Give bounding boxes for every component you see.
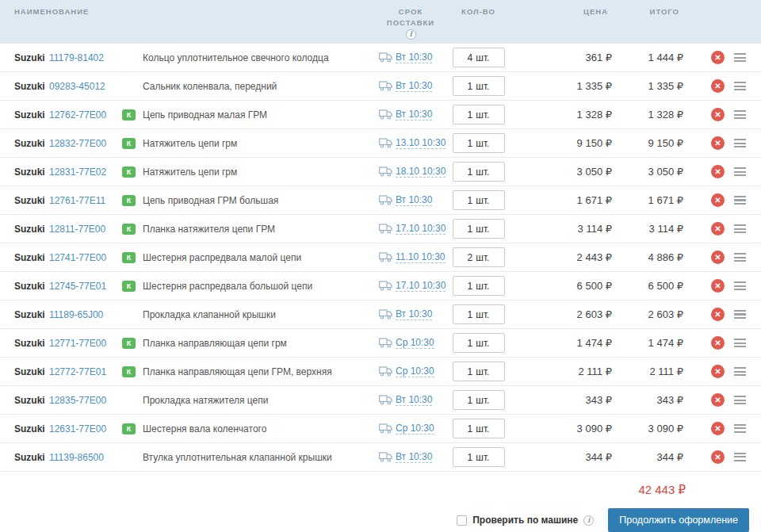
quantity-input[interactable]: 4 шт. <box>453 48 505 67</box>
part-number-link[interactable]: 12741-77E00 <box>49 252 122 263</box>
check-by-car-checkbox[interactable] <box>457 515 467 526</box>
row-menu-button[interactable] <box>734 82 746 91</box>
row-menu-button[interactable] <box>734 224 746 234</box>
quantity-input[interactable]: 1 шт. <box>453 419 505 438</box>
remove-item-button[interactable]: ✕ <box>711 51 725 64</box>
actions-cell: ✕ <box>686 393 761 407</box>
info-icon[interactable]: i <box>406 29 416 40</box>
quantity-value: 1 <box>468 366 473 377</box>
truck-icon <box>379 366 392 377</box>
row-menu-button[interactable] <box>734 167 746 177</box>
part-number-link[interactable]: 12832-77E00 <box>49 138 122 149</box>
row-menu-button[interactable] <box>734 339 746 348</box>
row-menu-button[interactable] <box>734 53 746 63</box>
delivery-date-link[interactable]: Вт 10:30 <box>396 451 432 463</box>
remove-item-button[interactable]: ✕ <box>711 222 725 235</box>
info-icon[interactable]: i <box>583 515 594 526</box>
part-number-link[interactable]: 09283-45012 <box>49 81 122 92</box>
item-name-cell: Suzuki 12831-77E02 К Натяжитель цепи грм <box>0 166 373 178</box>
remove-item-button[interactable]: ✕ <box>711 336 725 350</box>
delivery-date-link[interactable]: Ср 10:30 <box>396 423 434 434</box>
remove-item-button[interactable]: ✕ <box>711 365 725 378</box>
price-value: 1 335 ₽ <box>508 80 614 92</box>
quantity-input[interactable]: 1 шт. <box>453 133 505 153</box>
part-number-link[interactable]: 12762-77E00 <box>49 109 122 121</box>
availability-badge: К <box>122 109 136 121</box>
delivery-date-link[interactable]: Вт 10:30 <box>396 394 432 406</box>
row-menu-button[interactable] <box>734 196 746 205</box>
row-menu-button[interactable] <box>734 139 746 148</box>
check-by-car-control[interactable]: Проверить по машине i <box>457 515 594 526</box>
delivery-date-link[interactable]: Вт 10:30 <box>396 52 432 63</box>
quantity-input[interactable]: 1 шт. <box>453 333 505 353</box>
total-value: 3 050 ₽ <box>614 166 686 178</box>
delivery-date-link[interactable]: Вт 10:30 <box>396 109 432 121</box>
remove-item-button[interactable]: ✕ <box>711 108 725 121</box>
badge-slot: К <box>122 166 143 178</box>
part-number-link[interactable]: 12831-77E02 <box>49 166 122 178</box>
row-menu-button[interactable] <box>734 453 746 462</box>
remove-item-button[interactable]: ✕ <box>711 279 725 293</box>
remove-item-button[interactable]: ✕ <box>711 251 725 264</box>
remove-item-button[interactable]: ✕ <box>711 308 725 321</box>
part-number-link[interactable]: 11189-65J00 <box>49 309 122 320</box>
quantity-input[interactable]: 1 шт. <box>453 304 505 324</box>
delivery-date-link[interactable]: Вт 10:30 <box>396 308 432 320</box>
quantity-input[interactable]: 1 шт. <box>453 190 505 210</box>
quantity-input[interactable]: 1 шт. <box>453 162 505 182</box>
actions-cell: ✕ <box>686 136 761 150</box>
part-number-link[interactable]: 11139-86500 <box>49 452 122 463</box>
availability-badge: К <box>122 338 136 349</box>
part-number-link[interactable]: 12772-77E01 <box>49 366 122 377</box>
grand-total-row: 42 443 ₽ <box>0 472 761 505</box>
continue-checkout-button[interactable]: Продолжить оформление <box>608 508 749 532</box>
quantity-input[interactable]: 1 шт. <box>453 362 505 381</box>
delivery-date-link[interactable]: Вт 10:30 <box>396 194 432 206</box>
quantity-input[interactable]: 1 шт. <box>453 447 505 467</box>
remove-item-button[interactable]: ✕ <box>711 422 725 435</box>
remove-item-button[interactable]: ✕ <box>711 450 725 464</box>
remove-item-button[interactable]: ✕ <box>711 165 725 178</box>
total-value: 9 150 ₽ <box>614 137 686 149</box>
part-number-link[interactable]: 12745-77E01 <box>49 281 122 292</box>
quantity-value: 1 <box>468 452 473 463</box>
row-menu-button[interactable] <box>734 424 746 434</box>
part-number-link[interactable]: 12771-77E00 <box>49 338 122 349</box>
quantity-input[interactable]: 1 шт. <box>453 219 505 239</box>
table-row: Suzuki 12761-77E11 К Цепь приводная ГРМ … <box>0 186 761 215</box>
delivery-date-link[interactable]: 17.10 10:30 <box>396 280 446 292</box>
delivery-date-link[interactable]: Ср 10:30 <box>396 366 434 377</box>
delivery-date-link[interactable]: Ср 10:30 <box>396 337 434 349</box>
row-menu-button[interactable] <box>734 367 746 377</box>
delivery-date-link[interactable]: 13.10 10:30 <box>396 137 446 149</box>
row-menu-button[interactable] <box>734 396 746 405</box>
part-number-link[interactable]: 12631-77E00 <box>49 423 122 434</box>
row-menu-button[interactable] <box>734 110 746 120</box>
delivery-date-link[interactable]: 18.10 10:30 <box>396 166 446 178</box>
quantity-input[interactable]: 1 шт. <box>453 76 505 96</box>
column-header-qty: КОЛ-ВО <box>449 7 508 16</box>
part-number-link[interactable]: 12835-77E00 <box>49 395 122 406</box>
part-number-link[interactable]: 11179-81402 <box>49 52 122 63</box>
part-number-link[interactable]: 12811-77E00 <box>49 224 122 235</box>
remove-item-button[interactable]: ✕ <box>711 393 725 407</box>
delivery-date-link[interactable]: Вт 10:30 <box>396 80 432 92</box>
remove-item-button[interactable]: ✕ <box>711 79 725 93</box>
quantity-input[interactable]: 1 шт. <box>453 105 505 124</box>
total-value: 2 111 ₽ <box>614 366 686 377</box>
quantity-input[interactable]: 2 шт. <box>453 247 505 267</box>
quantity-input[interactable]: 1 шт. <box>453 390 505 410</box>
table-row: Suzuki 12772-77E01 К Планка направляющая… <box>0 358 761 386</box>
part-number-link[interactable]: 12761-77E11 <box>49 195 122 206</box>
quantity-input[interactable]: 1 шт. <box>453 276 505 296</box>
brand-label: Suzuki <box>14 395 49 406</box>
row-menu-button[interactable] <box>734 253 746 262</box>
qty-cell: 1 шт. <box>449 76 508 96</box>
remove-item-button[interactable]: ✕ <box>711 193 725 207</box>
row-menu-button[interactable] <box>734 281 746 291</box>
row-menu-button[interactable] <box>734 310 746 320</box>
delivery-date-link[interactable]: 11.10 10:30 <box>396 251 446 263</box>
remove-item-button[interactable]: ✕ <box>711 136 725 150</box>
delivery-date-link[interactable]: 17.10 10:30 <box>396 223 446 235</box>
brand-label: Suzuki <box>14 309 49 320</box>
